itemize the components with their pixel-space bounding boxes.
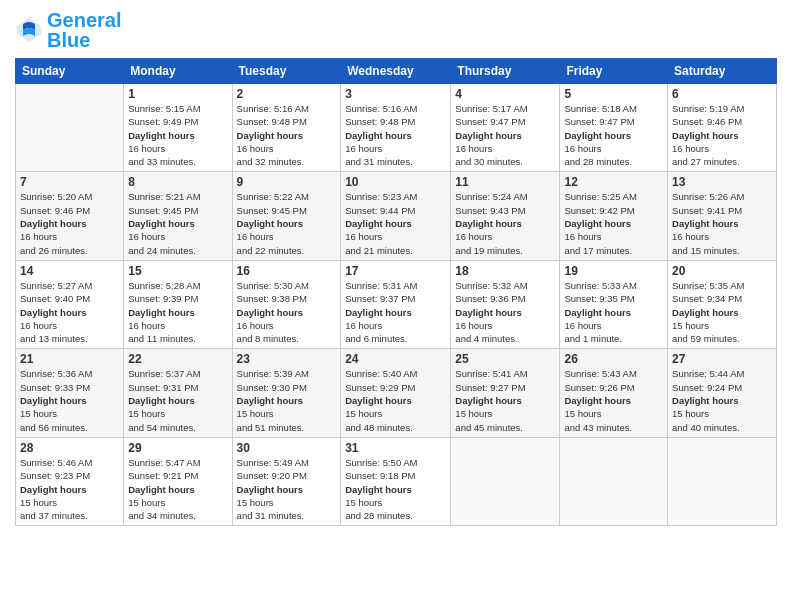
day-info: Sunrise: 5:15 AMSunset: 9:49 PMDaylight … (128, 102, 227, 168)
day-number: 27 (672, 352, 772, 366)
table-row (451, 437, 560, 525)
daylight-label: Daylight hours (345, 130, 412, 141)
col-sunday: Sunday (16, 59, 124, 84)
daylight-label: Daylight hours (455, 395, 522, 406)
calendar-week-row: 14Sunrise: 5:27 AMSunset: 9:40 PMDayligh… (16, 260, 777, 348)
daylight-label: Daylight hours (345, 307, 412, 318)
col-monday: Monday (124, 59, 232, 84)
day-info: Sunrise: 5:33 AMSunset: 9:35 PMDaylight … (564, 279, 663, 345)
col-wednesday: Wednesday (341, 59, 451, 84)
day-info: Sunrise: 5:30 AMSunset: 9:38 PMDaylight … (237, 279, 337, 345)
table-row (560, 437, 668, 525)
day-number: 14 (20, 264, 119, 278)
logo: GeneralBlue (15, 10, 121, 50)
day-info: Sunrise: 5:50 AMSunset: 9:18 PMDaylight … (345, 456, 446, 522)
daylight-label: Daylight hours (128, 218, 195, 229)
day-info: Sunrise: 5:43 AMSunset: 9:26 PMDaylight … (564, 367, 663, 433)
day-number: 10 (345, 175, 446, 189)
day-number: 3 (345, 87, 446, 101)
day-info: Sunrise: 5:47 AMSunset: 9:21 PMDaylight … (128, 456, 227, 522)
day-info: Sunrise: 5:49 AMSunset: 9:20 PMDaylight … (237, 456, 337, 522)
day-info: Sunrise: 5:31 AMSunset: 9:37 PMDaylight … (345, 279, 446, 345)
day-info: Sunrise: 5:39 AMSunset: 9:30 PMDaylight … (237, 367, 337, 433)
day-info: Sunrise: 5:17 AMSunset: 9:47 PMDaylight … (455, 102, 555, 168)
day-number: 13 (672, 175, 772, 189)
table-row: 25Sunrise: 5:41 AMSunset: 9:27 PMDayligh… (451, 349, 560, 437)
day-number: 16 (237, 264, 337, 278)
col-thursday: Thursday (451, 59, 560, 84)
daylight-label: Daylight hours (455, 307, 522, 318)
daylight-label: Daylight hours (20, 307, 87, 318)
table-row: 3Sunrise: 5:16 AMSunset: 9:48 PMDaylight… (341, 84, 451, 172)
day-info: Sunrise: 5:37 AMSunset: 9:31 PMDaylight … (128, 367, 227, 433)
table-row: 23Sunrise: 5:39 AMSunset: 9:30 PMDayligh… (232, 349, 341, 437)
day-number: 21 (20, 352, 119, 366)
day-number: 8 (128, 175, 227, 189)
day-info: Sunrise: 5:35 AMSunset: 9:34 PMDaylight … (672, 279, 772, 345)
day-number: 30 (237, 441, 337, 455)
daylight-label: Daylight hours (564, 307, 631, 318)
day-number: 11 (455, 175, 555, 189)
day-info: Sunrise: 5:46 AMSunset: 9:23 PMDaylight … (20, 456, 119, 522)
daylight-label: Daylight hours (455, 130, 522, 141)
table-row: 31Sunrise: 5:50 AMSunset: 9:18 PMDayligh… (341, 437, 451, 525)
calendar-week-row: 28Sunrise: 5:46 AMSunset: 9:23 PMDayligh… (16, 437, 777, 525)
daylight-label: Daylight hours (128, 307, 195, 318)
day-info: Sunrise: 5:24 AMSunset: 9:43 PMDaylight … (455, 190, 555, 256)
table-row: 18Sunrise: 5:32 AMSunset: 9:36 PMDayligh… (451, 260, 560, 348)
table-row: 19Sunrise: 5:33 AMSunset: 9:35 PMDayligh… (560, 260, 668, 348)
day-number: 26 (564, 352, 663, 366)
day-info: Sunrise: 5:21 AMSunset: 9:45 PMDaylight … (128, 190, 227, 256)
day-info: Sunrise: 5:16 AMSunset: 9:48 PMDaylight … (345, 102, 446, 168)
col-saturday: Saturday (668, 59, 777, 84)
table-row: 20Sunrise: 5:35 AMSunset: 9:34 PMDayligh… (668, 260, 777, 348)
table-row: 9Sunrise: 5:22 AMSunset: 9:45 PMDaylight… (232, 172, 341, 260)
daylight-label: Daylight hours (20, 218, 87, 229)
daylight-label: Daylight hours (672, 395, 739, 406)
day-number: 5 (564, 87, 663, 101)
daylight-label: Daylight hours (564, 218, 631, 229)
day-info: Sunrise: 5:22 AMSunset: 9:45 PMDaylight … (237, 190, 337, 256)
table-row: 15Sunrise: 5:28 AMSunset: 9:39 PMDayligh… (124, 260, 232, 348)
daylight-label: Daylight hours (455, 218, 522, 229)
daylight-label: Daylight hours (128, 395, 195, 406)
page: GeneralBlue Sunday Monday Tuesday Wednes… (0, 0, 792, 612)
table-row: 4Sunrise: 5:17 AMSunset: 9:47 PMDaylight… (451, 84, 560, 172)
day-info: Sunrise: 5:20 AMSunset: 9:46 PMDaylight … (20, 190, 119, 256)
logo-text: GeneralBlue (47, 10, 121, 50)
table-row: 5Sunrise: 5:18 AMSunset: 9:47 PMDaylight… (560, 84, 668, 172)
table-row: 16Sunrise: 5:30 AMSunset: 9:38 PMDayligh… (232, 260, 341, 348)
calendar-table: Sunday Monday Tuesday Wednesday Thursday… (15, 58, 777, 526)
daylight-label: Daylight hours (128, 484, 195, 495)
day-number: 23 (237, 352, 337, 366)
table-row: 14Sunrise: 5:27 AMSunset: 9:40 PMDayligh… (16, 260, 124, 348)
calendar-week-row: 7Sunrise: 5:20 AMSunset: 9:46 PMDaylight… (16, 172, 777, 260)
table-row: 1Sunrise: 5:15 AMSunset: 9:49 PMDaylight… (124, 84, 232, 172)
header: GeneralBlue (15, 10, 777, 50)
day-number: 20 (672, 264, 772, 278)
calendar-week-row: 21Sunrise: 5:36 AMSunset: 9:33 PMDayligh… (16, 349, 777, 437)
daylight-label: Daylight hours (128, 130, 195, 141)
day-number: 2 (237, 87, 337, 101)
day-number: 7 (20, 175, 119, 189)
day-number: 9 (237, 175, 337, 189)
day-info: Sunrise: 5:28 AMSunset: 9:39 PMDaylight … (128, 279, 227, 345)
day-info: Sunrise: 5:19 AMSunset: 9:46 PMDaylight … (672, 102, 772, 168)
day-info: Sunrise: 5:25 AMSunset: 9:42 PMDaylight … (564, 190, 663, 256)
day-info: Sunrise: 5:27 AMSunset: 9:40 PMDaylight … (20, 279, 119, 345)
table-row: 22Sunrise: 5:37 AMSunset: 9:31 PMDayligh… (124, 349, 232, 437)
day-number: 22 (128, 352, 227, 366)
day-number: 28 (20, 441, 119, 455)
daylight-label: Daylight hours (564, 130, 631, 141)
table-row: 11Sunrise: 5:24 AMSunset: 9:43 PMDayligh… (451, 172, 560, 260)
calendar-header-row: Sunday Monday Tuesday Wednesday Thursday… (16, 59, 777, 84)
daylight-label: Daylight hours (672, 218, 739, 229)
day-info: Sunrise: 5:26 AMSunset: 9:41 PMDaylight … (672, 190, 772, 256)
calendar-week-row: 1Sunrise: 5:15 AMSunset: 9:49 PMDaylight… (16, 84, 777, 172)
daylight-label: Daylight hours (672, 130, 739, 141)
day-number: 29 (128, 441, 227, 455)
table-row: 13Sunrise: 5:26 AMSunset: 9:41 PMDayligh… (668, 172, 777, 260)
day-number: 17 (345, 264, 446, 278)
day-number: 25 (455, 352, 555, 366)
day-info: Sunrise: 5:41 AMSunset: 9:27 PMDaylight … (455, 367, 555, 433)
